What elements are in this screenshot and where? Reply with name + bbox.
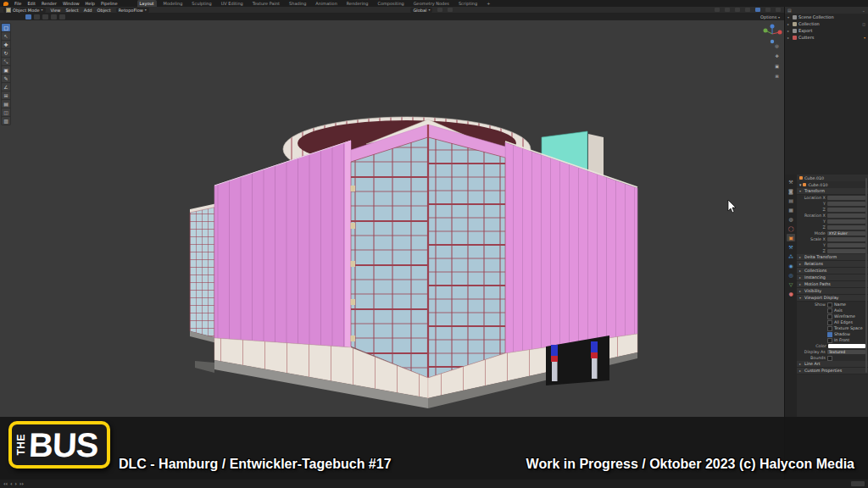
name-checkbox[interactable] [827,302,832,308]
scale-tool[interactable]: ⤡ [2,58,10,65]
custom-properties-section[interactable]: ▸Custom Properties [797,368,868,374]
viewport-display-section[interactable]: ▾Viewport Display [797,295,868,302]
delta-transform-section[interactable]: ▸Delta Transform [797,254,868,261]
tab-animation[interactable]: Animation [313,0,340,7]
visibility-icons[interactable]: ◫ [862,22,868,26]
proportional-edit-icon[interactable] [448,8,453,12]
disclosure-icon[interactable]: ▾ [799,183,801,187]
scrollbar[interactable] [865,178,867,373]
tool-option-icon[interactable] [42,14,48,19]
play-reverse-icon[interactable]: ⏴ [10,481,13,487]
zoom-icon[interactable]: ◎ [773,42,781,50]
viewlayer-properties-icon[interactable]: ▦ [787,206,795,214]
constraints-properties-icon[interactable]: ◎ [787,271,795,279]
options-button[interactable]: Options ▾ [760,14,780,19]
tool-properties-icon[interactable]: ⚒ [787,178,795,186]
exclude-icon[interactable]: ▾ [864,36,868,40]
mode-dropdown[interactable]: Object Mode▾ [3,8,46,13]
extra-tool[interactable]: ▥ [2,117,10,125]
scale-z-field[interactable] [827,249,865,253]
visibility-section[interactable]: ▸Visibility [797,288,868,295]
rotate-tool[interactable]: ↻ [2,49,10,57]
extra-tool[interactable]: ▤ [2,100,10,108]
color-swatch[interactable] [828,344,865,348]
location-y-field[interactable] [827,202,865,206]
modifier-properties-icon[interactable]: ⚒ [787,243,795,251]
tab-modeling[interactable]: Modeling [161,0,186,7]
rotation-z-field[interactable] [827,225,865,230]
tab-layout[interactable]: Layout [137,0,157,7]
material-properties-icon[interactable]: ● [787,290,795,297]
rotation-x-field[interactable] [827,214,865,218]
outliner-item-cutters[interactable]: ▸ Cutters ▾ [785,34,868,41]
relations-section[interactable]: ▸Relations [797,261,868,268]
transform-section-header[interactable]: ▾Transform [797,188,868,195]
in-front-checkbox[interactable] [827,338,832,343]
annotate-tool[interactable]: ✎ [2,75,10,82]
camera-view-icon[interactable]: ▣ [773,63,781,70]
filter-icon[interactable]: ⌄ [862,8,865,13]
tab-scripting[interactable]: Scripting [456,0,480,7]
tab-sculpting[interactable]: Sculpting [189,0,214,7]
select-box-tool[interactable]: ▢ [2,24,10,31]
location-x-field[interactable] [827,196,865,200]
wireframe-checkbox[interactable] [827,314,832,319]
disclosure-icon[interactable]: ▸ [787,29,791,33]
shading-material-icon[interactable] [765,8,771,12]
outliner-scene-collection[interactable]: ▾ Scene Collection [785,14,868,20]
tab-add-workspace[interactable]: + [484,0,492,7]
orientation-dropdown[interactable]: Global▾ [410,8,432,13]
tab-rendering[interactable]: Rendering [344,0,371,7]
overlays-toggle-icon[interactable] [725,8,730,12]
menu-render[interactable]: Render [42,0,57,7]
gizmo-toggle-icon[interactable] [715,8,720,12]
object-properties-icon[interactable]: ▣ [787,234,795,241]
jump-start-icon[interactable]: ⏴⏴ [3,481,8,487]
viewport-3d-scene[interactable] [0,0,868,488]
location-z-field[interactable] [827,208,865,212]
measure-tool[interactable]: ∠ [2,83,10,91]
rotation-mode-dropdown[interactable]: XYZ Euler [827,231,865,236]
axis-checkbox[interactable] [827,308,832,313]
scale-y-field[interactable] [827,243,865,247]
tab-shading[interactable]: Shading [287,0,309,7]
ortho-toggle-icon[interactable]: ⊞ [773,73,781,80]
menu-help[interactable]: Help [86,0,95,7]
shading-rendered-icon[interactable] [776,8,781,12]
shading-solid-icon[interactable] [755,8,760,12]
rotation-y-field[interactable] [827,219,865,224]
navigation-gizmo[interactable] [760,23,785,45]
properties-breadcrumb[interactable]: Cube.010 [797,175,868,181]
add-cube-tool[interactable]: ⊞ [2,92,10,99]
texture-space-checkbox[interactable] [827,326,832,331]
disclosure-icon[interactable]: ▸ [787,22,791,26]
play-icon[interactable]: ⏵ [15,481,18,487]
outliner-editor-icon[interactable]: ▤ [787,8,792,13]
shading-wireframe-icon[interactable] [745,8,750,12]
cursor-tool[interactable]: ↖ [2,32,10,40]
motion-paths-section[interactable]: ▸Motion Paths [797,281,868,288]
physics-properties-icon[interactable]: ◉ [787,262,795,269]
transform-tool[interactable]: ▣ [2,66,10,74]
tab-compositing[interactable]: Compositing [375,0,406,7]
retopoflow-menu[interactable]: RetopoFlow▾ [116,8,149,13]
particles-properties-icon[interactable]: ⁂ [787,252,795,260]
shadow-checkbox[interactable] [827,332,832,337]
pan-hand-icon[interactable]: ✥ [773,53,781,60]
scene-properties-icon[interactable]: ◍ [787,215,795,223]
world-properties-icon[interactable]: ◯ [787,225,795,232]
active-tool-icon[interactable] [25,14,31,19]
tool-option-icon[interactable] [51,14,57,19]
move-tool[interactable]: ✚ [2,41,10,48]
tool-option-icon[interactable] [34,14,40,19]
tab-geometry-nodes[interactable]: Geometry Nodes [411,0,452,7]
tab-texture-paint[interactable]: Texture Paint [250,0,282,7]
menu-file[interactable]: File [14,0,21,7]
instancing-section[interactable]: ▸Instancing [797,274,868,281]
disclosure-icon[interactable]: ▸ [787,36,791,40]
line-art-section[interactable]: ▸Line Art [797,361,868,368]
outliner-item-export[interactable]: ▸ Export [785,27,868,34]
collections-section[interactable]: ▸Collections [797,268,868,274]
snap-magnet-icon[interactable] [437,8,442,12]
bounds-checkbox[interactable] [827,356,832,361]
